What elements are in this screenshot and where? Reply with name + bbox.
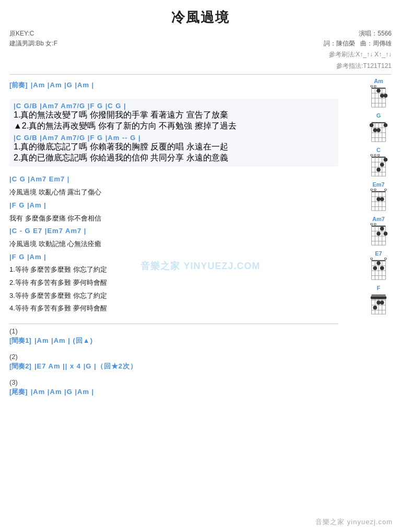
outro-row: [尾奏] |Am |Am |G |Am | (9, 387, 338, 397)
svg-point-26 (373, 128, 377, 132)
verse2-chords: |C G/B |Am7 Am7/G |F G |Am -- G | (14, 134, 334, 142)
chord-G: G (365, 112, 392, 143)
svg-point-55 (371, 189, 373, 191)
interlude1-chords: |Am |Am | (回▲) (34, 336, 93, 345)
outro-chords: |Am |Am |G |Am | (31, 388, 95, 396)
svg-point-10 (371, 85, 373, 87)
svg-point-71 (374, 223, 376, 225)
section3-label: (3) (9, 378, 338, 386)
svg-rect-100 (371, 296, 387, 299)
svg-point-44 (376, 168, 381, 172)
svg-point-70 (371, 223, 373, 225)
chord-E7: E7 (365, 250, 392, 281)
svg-point-89 (373, 266, 377, 270)
interlude2-row: [間奏2] |E7 Am || x 4 |G |（回★2次） (9, 362, 338, 371)
chord-Am7: Am7 (365, 216, 392, 246)
chorus-c2: |F G |Am | (9, 199, 338, 212)
interlude1-label: [間奏1] (9, 336, 31, 345)
svg-point-40 (374, 154, 376, 156)
svg-point-103 (373, 306, 377, 310)
svg-point-25 (370, 123, 374, 127)
section1-label: (1) (9, 327, 338, 335)
meta-section: 原KEY:C 建議男調:Bb 女:F 演唱：5566 詞：陳信榮 曲：周傳雄 參… (9, 29, 392, 71)
intro-section: [前奏] |Am |Am |G |Am | (9, 79, 338, 92)
svg-point-74 (376, 232, 381, 236)
chord-C: C (365, 147, 392, 177)
chord-Am: Am (365, 78, 392, 108)
chord-F: F (365, 285, 392, 315)
verse1-chords: |C G/B |Am7 Am7/G |F G |C G | (14, 102, 334, 110)
top-divider (9, 74, 392, 75)
svg-point-59 (380, 197, 384, 201)
svg-point-86 (384, 258, 386, 260)
chord-diagrams: Am (365, 78, 392, 398)
key-suggest: 建議男調:Bb 女:F (9, 39, 57, 49)
svg-point-42 (384, 157, 388, 161)
footer-logo: 音樂之家 yinyuezj.com (315, 517, 393, 527)
outro-label: [尾奏] (9, 387, 28, 397)
verse1-line1: 1.真的無法改變了嗎 你撥開我的手掌 看著遠方 宣告了放棄 (14, 110, 334, 121)
svg-point-28 (384, 123, 388, 127)
chorus-l1: 冷風過境 吹亂心情 露出了傷心 (9, 186, 338, 199)
composer: 曲：周傳雄 (360, 40, 392, 47)
svg-point-58 (376, 197, 381, 201)
lyricist: 詞：陳信榮 (324, 40, 355, 47)
svg-point-101 (376, 300, 381, 305)
chorus-l4-2: 2.等待 有多苦有多難 夢何時會醒 (9, 276, 338, 290)
strum2: 參考指法:T121T121 (324, 61, 392, 71)
interlude2-label: [間奏2] (9, 362, 31, 371)
svg-point-72 (380, 226, 384, 230)
chorus-c3: |C - G E7 |Em7 Am7 | (9, 225, 338, 238)
svg-point-41 (378, 154, 380, 156)
chorus-l4-1: 1.等待 多麼苦多麼難 你忘了約定 (9, 263, 338, 276)
svg-point-43 (380, 163, 384, 167)
svg-point-14 (384, 94, 388, 98)
verse2-line1: 1.真的徹底忘記了嗎 你賴著我的胸膛 反覆的唱 永遠在一起 (14, 142, 334, 153)
chorus-c1: |C G |Am7 Em7 | (9, 173, 338, 186)
chorus-l4-3: 3.等待 多麼苦多麼難 你忘了約定 (9, 290, 338, 303)
chorus-l4-4: 4.等待 有多苦有多難 夢何時會醒 (9, 302, 338, 315)
singer: 演唱：5566 (324, 29, 392, 39)
verse1-line2: ▲2.真的無法再改變嗎 你有了新的方向 不再勉強 擦掉了過去 (14, 121, 334, 132)
verse1-section: |C G/B |Am7 Am7/G |F G |C G | 1.真的無法改變了嗎… (9, 99, 338, 167)
svg-point-11 (374, 85, 376, 87)
chorus-c4: |F G |Am | (9, 251, 338, 264)
interlude1-row: [間奏1] |Am |Am | (回▲) (9, 336, 338, 345)
intro-label: [前奏] (9, 79, 28, 92)
mid-divider (9, 323, 338, 324)
verse2-line2: 2.真的已徹底忘記嗎 你給過我的信仰 共同分享 永遠的意義 (14, 153, 334, 164)
chorus-l2: 我有 多麼傷多麼痛 你不會相信 (9, 212, 338, 225)
svg-point-39 (371, 154, 373, 156)
svg-point-27 (376, 128, 381, 132)
svg-point-13 (380, 94, 384, 98)
svg-point-85 (371, 258, 373, 260)
song-title: 冷風過境 (9, 8, 392, 27)
interlude2-chords: |E7 Am || x 4 |G |（回★2次） (34, 362, 137, 371)
chord-Em7: Em7 (365, 181, 392, 212)
svg-point-56 (374, 189, 376, 191)
chorus-l3: 冷風過境 吹動記憶 心無法痊癒 (9, 238, 338, 251)
svg-point-87 (376, 261, 381, 265)
key-original: 原KEY:C (9, 29, 57, 39)
svg-point-57 (384, 189, 386, 191)
svg-point-12 (376, 88, 381, 92)
section2-label: (2) (9, 353, 338, 361)
svg-point-88 (380, 266, 384, 270)
svg-point-102 (380, 300, 384, 305)
intro-chords: |Am |Am |G |Am | (31, 79, 95, 92)
chorus-section: |C G |Am7 Em7 | 冷風過境 吹亂心情 露出了傷心 |F G |Am… (9, 173, 338, 315)
strum1: 參考刷法:X↑_↑↓ X↑_↑↓ (324, 50, 392, 60)
svg-point-73 (384, 232, 388, 236)
